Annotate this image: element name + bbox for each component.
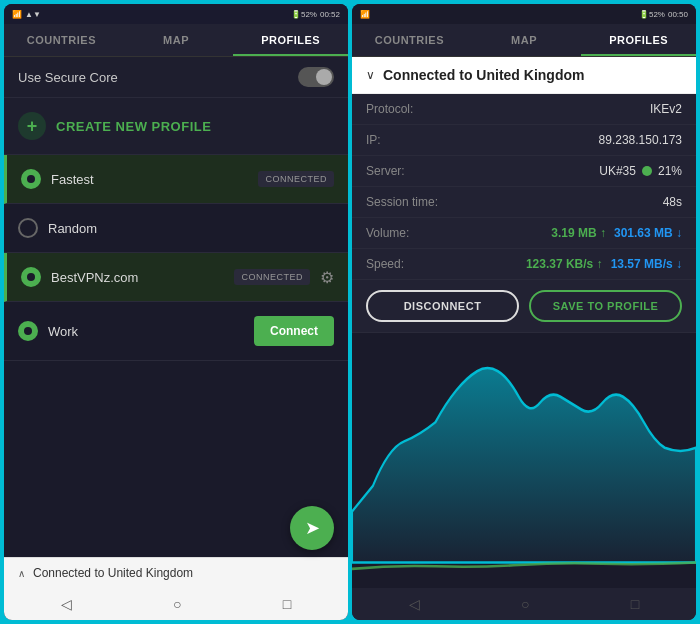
speed-up-value: 123.37 KB/s ↑	[526, 257, 603, 271]
secure-core-row: Use Secure Core	[4, 57, 348, 98]
server-dot	[642, 166, 652, 176]
speed-values: 123.37 KB/s ↑ 13.57 MB/s ↓	[526, 257, 682, 271]
volume-down-value: 301.63 MB ↓	[614, 226, 682, 240]
left-phone: 📶 ▲▼ 🔋52% 00:52 COUNTRIES MAP PROFILES U…	[4, 4, 348, 620]
save-profile-button[interactable]: SAVE TO PROFILE	[529, 290, 682, 322]
left-tab-bar: COUNTRIES MAP PROFILES	[4, 24, 348, 57]
battery-icon: 🔋52%	[291, 10, 317, 19]
protocol-row: Protocol: IKEv2	[352, 94, 696, 125]
radio-work	[18, 321, 38, 341]
server-value: UK#35	[599, 164, 636, 178]
tab-profiles-right[interactable]: PROFILES	[581, 24, 696, 56]
plus-icon: +	[18, 112, 46, 140]
tab-map-left[interactable]: MAP	[119, 24, 234, 56]
secure-core-label: Use Secure Core	[18, 70, 118, 85]
signal-icons: 📶 ▲▼	[12, 10, 41, 19]
profile-list: Fastest CONNECTED Random BestVPNz.com CO…	[4, 155, 348, 557]
right-home-nav-icon[interactable]: ○	[521, 596, 529, 612]
volume-up-value: 3.19 MB ↑	[551, 226, 606, 240]
time-display: 00:52	[320, 10, 340, 19]
right-status-bar: 📶 🔋52% 00:50	[352, 4, 696, 24]
profile-item-work[interactable]: Work Connect	[4, 302, 348, 361]
right-recent-nav-icon[interactable]: □	[631, 596, 639, 612]
right-phone: 📶 🔋52% 00:50 COUNTRIES MAP PROFILES ∨ Co…	[352, 4, 696, 620]
right-status: 🔋52% 00:52	[291, 10, 340, 19]
toggle-knob	[316, 69, 332, 85]
server-row: Server: UK#35 21%	[352, 156, 696, 187]
back-nav-icon[interactable]: ◁	[61, 596, 72, 612]
protocol-label: Protocol:	[366, 102, 413, 116]
create-profile-label: CREATE NEW PROFILE	[56, 119, 211, 134]
profile-name-fastest: Fastest	[51, 172, 248, 187]
speed-row: Speed: 123.37 KB/s ↑ 13.57 MB/s ↓	[352, 249, 696, 280]
ip-row: IP: 89.238.150.173	[352, 125, 696, 156]
session-row: Session time: 48s	[352, 187, 696, 218]
right-signal-icons: 📶	[360, 10, 370, 19]
left-connected-text: Connected to United Kingdom	[33, 566, 193, 580]
action-buttons: DISCONNECT SAVE TO PROFILE	[352, 280, 696, 333]
right-tab-bar: COUNTRIES MAP PROFILES	[352, 24, 696, 57]
connected-header[interactable]: ∨ Connected to United Kingdom	[352, 57, 696, 94]
profile-item-fastest[interactable]: Fastest CONNECTED	[4, 155, 348, 204]
gear-icon[interactable]: ⚙	[320, 268, 334, 287]
speed-down-value: 13.57 MB/s ↓	[611, 257, 682, 271]
right-battery: 🔋52% 00:50	[639, 10, 688, 19]
radio-bestvpnz	[21, 267, 41, 287]
recent-nav-icon[interactable]: □	[283, 596, 291, 612]
server-load: 21%	[658, 164, 682, 178]
disconnect-button[interactable]: DISCONNECT	[366, 290, 519, 322]
create-profile-row[interactable]: + CREATE NEW PROFILE	[4, 98, 348, 155]
volume-row: Volume: 3.19 MB ↑ 301.63 MB ↓	[352, 218, 696, 249]
profile-item-bestvpnz[interactable]: BestVPNz.com CONNECTED ⚙	[4, 253, 348, 302]
left-nav-bar: ◁ ○ □	[4, 588, 348, 620]
ip-value: 89.238.150.173	[599, 133, 682, 147]
session-label: Session time:	[366, 195, 438, 209]
volume-values: 3.19 MB ↑ 301.63 MB ↓	[551, 226, 682, 240]
radio-fastest	[21, 169, 41, 189]
profile-name-bestvpnz: BestVPNz.com	[51, 270, 224, 285]
signal-icon: 📶	[12, 10, 22, 19]
home-nav-icon[interactable]: ○	[173, 596, 181, 612]
right-signal-icon: 📶	[360, 10, 370, 19]
connected-title: Connected to United Kingdom	[383, 67, 584, 83]
profile-name-random: Random	[48, 221, 334, 236]
connected-badge-bestvpnz: CONNECTED	[234, 269, 310, 285]
ip-label: IP:	[366, 133, 381, 147]
profile-name-work: Work	[48, 324, 244, 339]
right-nav-bar: ◁ ○ □	[352, 588, 696, 620]
connected-badge-fastest: CONNECTED	[258, 171, 334, 187]
tab-profiles-left[interactable]: PROFILES	[233, 24, 348, 56]
speed-chart	[352, 333, 696, 588]
server-value-group: UK#35 21%	[599, 164, 682, 178]
protocol-value: IKEv2	[650, 102, 682, 116]
server-label: Server:	[366, 164, 405, 178]
profile-item-random[interactable]: Random	[4, 204, 348, 253]
info-grid: Protocol: IKEv2 IP: 89.238.150.173 Serve…	[352, 94, 696, 280]
tab-map-right[interactable]: MAP	[467, 24, 582, 56]
chevron-up-icon: ∧	[18, 568, 25, 579]
secure-core-toggle[interactable]	[298, 67, 334, 87]
session-value: 48s	[663, 195, 682, 209]
tab-countries-right[interactable]: COUNTRIES	[352, 24, 467, 56]
right-back-nav-icon[interactable]: ◁	[409, 596, 420, 612]
right-battery-icon: 🔋52%	[639, 10, 665, 19]
connect-work-button[interactable]: Connect	[254, 316, 334, 346]
chevron-down-icon: ∨	[366, 68, 375, 82]
fab-button[interactable]: ➤	[290, 506, 334, 550]
radio-random	[18, 218, 38, 238]
right-time-display: 00:50	[668, 10, 688, 19]
left-bottom-bar[interactable]: ∧ Connected to United Kingdom	[4, 557, 348, 588]
left-status-bar: 📶 ▲▼ 🔋52% 00:52	[4, 4, 348, 24]
speed-label: Speed:	[366, 257, 404, 271]
volume-label: Volume:	[366, 226, 409, 240]
wifi-icon: ▲▼	[25, 10, 41, 19]
tab-countries-left[interactable]: COUNTRIES	[4, 24, 119, 56]
fab-icon: ➤	[305, 517, 320, 539]
